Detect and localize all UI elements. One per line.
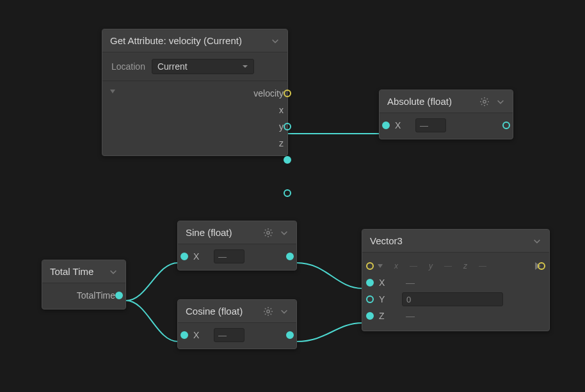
- input-port-x[interactable]: [180, 331, 188, 339]
- node-graph-canvas[interactable]: Get Attribute: velocity (Current) Locati…: [0, 0, 585, 392]
- vector3-mini-preview: x— y— z—: [392, 262, 492, 270]
- input-y-label: Y: [379, 294, 392, 304]
- output-velocity-label: velocity: [115, 88, 284, 98]
- input-z-value: —: [406, 311, 416, 321]
- chevron-down-icon[interactable]: [271, 36, 280, 45]
- output-port-totaltime[interactable]: [115, 292, 123, 299]
- node-body: x— y— z— X — Y 0: [362, 253, 549, 331]
- gear-icon[interactable]: [263, 306, 273, 317]
- location-value: Current: [157, 61, 188, 72]
- node-header[interactable]: Total Time: [42, 260, 125, 283]
- attribute-outputs: velocity x y z: [102, 81, 287, 155]
- input-x-field[interactable]: —: [214, 249, 244, 263]
- node-header[interactable]: Get Attribute: velocity (Current): [102, 29, 287, 52]
- input-z-label: Z: [379, 311, 392, 321]
- output-port[interactable]: [286, 253, 294, 260]
- node-body: TotalTime: [42, 283, 125, 309]
- node-header[interactable]: Sine (float): [178, 221, 296, 244]
- output-totaltime-label: TotalTime: [52, 290, 115, 301]
- node-title: Cosine (float): [186, 306, 259, 317]
- output-port-y[interactable]: [284, 156, 291, 164]
- output-x-label: x: [115, 105, 284, 115]
- input-port-z[interactable]: [366, 312, 374, 320]
- input-port-y[interactable]: [366, 295, 374, 303]
- chevron-down-icon[interactable]: [496, 97, 505, 106]
- node-total-time[interactable]: Total Time TotalTime: [42, 260, 126, 310]
- input-port-x[interactable]: [382, 122, 390, 129]
- location-label: Location: [111, 61, 145, 72]
- node-title: Vector3: [370, 235, 526, 246]
- output-port-z[interactable]: [284, 189, 291, 197]
- location-row: Location Current: [102, 52, 287, 81]
- input-port-x[interactable]: [180, 253, 188, 260]
- node-body: X —: [380, 113, 513, 139]
- input-x-value: —: [406, 278, 416, 288]
- svg-point-2: [267, 310, 269, 312]
- node-header[interactable]: Vector3: [362, 230, 549, 253]
- node-title: Absolute (float): [387, 96, 476, 107]
- wire-cosine-to-vec3-z: [297, 323, 362, 341]
- node-header[interactable]: Cosine (float): [178, 300, 296, 323]
- node-vector3[interactable]: Vector3 x— y— z— X —: [362, 229, 550, 331]
- gear-icon[interactable]: [263, 228, 273, 238]
- svg-point-1: [267, 231, 269, 233]
- chevron-down-icon[interactable]: [280, 307, 289, 316]
- node-absolute[interactable]: Absolute (float) X —: [379, 90, 513, 139]
- node-title: Total Time: [50, 266, 102, 277]
- input-port-x[interactable]: [366, 279, 374, 286]
- node-title: Get Attribute: velocity (Current): [110, 35, 264, 46]
- node-header[interactable]: Absolute (float): [380, 90, 513, 113]
- wire-sine-to-vec3-x: [297, 263, 362, 288]
- output-port-velocity[interactable]: [284, 90, 291, 97]
- input-port-composite[interactable]: [366, 262, 374, 270]
- collapse-triangle-icon[interactable]: [376, 262, 384, 270]
- input-x-label: X: [395, 120, 405, 130]
- gear-icon[interactable]: [479, 97, 490, 107]
- input-x-label: X: [193, 251, 204, 262]
- node-body: X —: [178, 323, 296, 349]
- input-y-field[interactable]: 0: [402, 292, 503, 306]
- node-cosine[interactable]: Cosine (float) X —: [177, 299, 297, 349]
- chevron-down-icon[interactable]: [280, 228, 289, 237]
- chevron-down-icon[interactable]: [533, 237, 541, 246]
- node-body: X —: [178, 244, 296, 270]
- location-select[interactable]: Current: [152, 59, 254, 74]
- node-get-attribute[interactable]: Get Attribute: velocity (Current) Locati…: [102, 29, 288, 156]
- node-title: Sine (float): [186, 227, 259, 238]
- input-x-label: X: [379, 278, 392, 288]
- svg-point-0: [483, 100, 486, 102]
- node-sine[interactable]: Sine (float) X —: [177, 221, 297, 270]
- dropdown-triangle-icon: [242, 63, 248, 70]
- wire-totaltime-to-cosine: [126, 301, 178, 341]
- output-y-label: y: [115, 122, 284, 132]
- wire-totaltime-to-sine: [126, 263, 178, 301]
- chevron-down-icon[interactable]: [109, 267, 118, 276]
- output-z-label: z: [115, 138, 284, 148]
- output-port-composite[interactable]: [538, 262, 545, 270]
- output-port[interactable]: [286, 331, 294, 339]
- input-x-label: X: [193, 330, 204, 340]
- input-x-field[interactable]: —: [415, 118, 446, 132]
- output-port[interactable]: [502, 122, 510, 129]
- input-x-field[interactable]: —: [214, 328, 244, 342]
